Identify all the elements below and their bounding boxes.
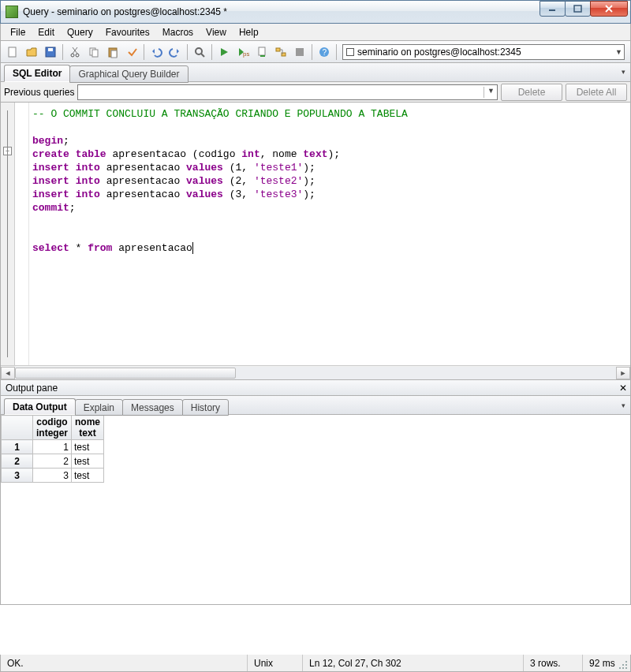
scroll-thumb[interactable]: [15, 368, 236, 379]
close-button[interactable]: [590, 1, 628, 17]
fold-gutter[interactable]: −: [1, 103, 15, 365]
svg-point-11: [196, 48, 202, 54]
output-close-icon[interactable]: ✕: [619, 383, 627, 394]
tab-sql-editor[interactable]: SQL Editor: [4, 65, 70, 82]
clear-icon[interactable]: [123, 43, 140, 61]
table-row[interactable]: 3 3 test: [2, 469, 104, 483]
open-icon[interactable]: [23, 43, 40, 61]
resize-grip-icon[interactable]: [618, 660, 628, 670]
execute-icon[interactable]: [215, 43, 233, 61]
maximize-button[interactable]: [565, 1, 591, 17]
scroll-right-icon[interactable]: ►: [616, 367, 630, 379]
menu-macros[interactable]: Macros: [156, 25, 200, 39]
execute-file-icon[interactable]: [253, 43, 271, 61]
svg-rect-0: [549, 9, 555, 11]
tab-explain[interactable]: Explain: [75, 399, 123, 416]
find-icon[interactable]: [191, 43, 208, 61]
new-icon[interactable]: [4, 43, 21, 61]
menu-help[interactable]: Help: [233, 25, 265, 39]
toolbar: ps ? seminario on postgres@localhost:234…: [0, 41, 631, 63]
paste-icon[interactable]: [104, 43, 121, 61]
svg-rect-2: [9, 47, 16, 57]
menu-file[interactable]: File: [4, 25, 32, 39]
dropdown-icon: ▼: [615, 48, 622, 56]
menu-favourites[interactable]: Favourites: [99, 25, 156, 39]
svg-rect-4: [48, 48, 53, 51]
scroll-track[interactable]: [15, 367, 616, 379]
output-pane-header: Output pane ✕: [0, 380, 631, 396]
connection-label: seminario on postgres@localhost:2345: [357, 47, 521, 58]
column-header-nome[interactable]: nometext: [72, 416, 104, 440]
table-row[interactable]: 1 1 test: [2, 440, 104, 454]
svg-rect-14: [276, 48, 280, 51]
execute-pgscript-icon[interactable]: ps: [234, 43, 252, 61]
tab-messages[interactable]: Messages: [122, 399, 183, 416]
help-icon[interactable]: ?: [316, 43, 333, 61]
cell[interactable]: test: [72, 469, 104, 483]
cell[interactable]: test: [72, 454, 104, 469]
dropdown-icon: ▼: [484, 87, 495, 98]
row-header[interactable]: 1: [2, 440, 33, 454]
svg-point-6: [76, 54, 79, 57]
scroll-left-icon[interactable]: ◄: [1, 367, 15, 379]
previous-queries-bar: Previous queries ▼ Delete Delete All: [0, 82, 631, 103]
svg-rect-10: [111, 50, 117, 58]
menu-edit[interactable]: Edit: [32, 25, 61, 39]
editor-tabs: SQL Editor Graphical Query Builder ▾: [0, 63, 631, 82]
connection-selector[interactable]: seminario on postgres@localhost:2345 ▼: [342, 44, 625, 60]
delete-button[interactable]: Delete: [501, 84, 562, 101]
table-row[interactable]: 2 2 test: [2, 454, 104, 469]
editor-hscrollbar[interactable]: ◄ ►: [1, 365, 630, 379]
menu-view[interactable]: View: [200, 25, 233, 39]
editor-margin: [15, 103, 29, 365]
svg-point-5: [71, 54, 74, 57]
cell[interactable]: 2: [33, 454, 72, 469]
svg-text:?: ?: [323, 48, 327, 57]
status-cursor-position: Ln 12, Col 27, Ch 302: [303, 655, 524, 671]
svg-text:ps: ps: [243, 50, 249, 58]
undo-icon[interactable]: [147, 43, 165, 61]
cut-icon[interactable]: [66, 43, 84, 61]
svg-rect-13: [259, 47, 265, 55]
tab-history[interactable]: History: [182, 399, 229, 416]
cell[interactable]: 1: [33, 440, 72, 454]
statusbar: OK. Unix Ln 12, Col 27, Ch 302 3 rows. 9…: [0, 655, 631, 672]
stop-icon[interactable]: [291, 43, 308, 61]
previous-queries-selector[interactable]: ▼: [77, 84, 498, 100]
row-header[interactable]: 2: [2, 454, 33, 469]
save-icon[interactable]: [42, 43, 59, 61]
delete-all-button[interactable]: Delete All: [566, 84, 627, 101]
cell[interactable]: 3: [33, 469, 72, 483]
redo-icon[interactable]: [166, 43, 184, 61]
cell[interactable]: test: [72, 440, 104, 454]
explain-icon[interactable]: [272, 43, 289, 61]
output-pane-title: Output pane: [6, 383, 58, 394]
code-area[interactable]: -- O COMMIT CONCLUIU A TRANSAÇÃO CRIANDO…: [29, 103, 630, 365]
copy-icon[interactable]: [85, 43, 103, 61]
sql-editor[interactable]: − -- O COMMIT CONCLUIU A TRANSAÇÃO CRIAN…: [1, 103, 630, 365]
data-output-grid[interactable]: codigointeger nometext 1 1 test 2 2 test…: [0, 415, 631, 605]
svg-rect-8: [92, 50, 98, 57]
previous-queries-label: Previous queries: [4, 87, 74, 98]
tabs-menu-icon[interactable]: ▾: [622, 68, 625, 76]
menu-query[interactable]: Query: [61, 25, 99, 39]
grid-corner[interactable]: [2, 416, 33, 440]
svg-rect-16: [296, 48, 304, 56]
output-tabs-menu-icon[interactable]: ▾: [622, 401, 625, 409]
svg-rect-1: [574, 6, 581, 12]
status-message: OK.: [1, 655, 248, 671]
status-row-count: 3 rows.: [524, 655, 583, 671]
titlebar: Query - seminario on postgres@localhost:…: [0, 0, 631, 24]
connection-state-icon: [346, 48, 354, 56]
column-header-codigo[interactable]: codigointeger: [33, 416, 72, 440]
tab-data-output[interactable]: Data Output: [4, 398, 76, 415]
row-header[interactable]: 3: [2, 469, 33, 483]
output-tabs: Data Output Explain Messages History ▾: [0, 396, 631, 415]
menubar: File Edit Query Favourites Macros View H…: [0, 24, 631, 41]
app-icon: [6, 6, 18, 18]
status-encoding: Unix: [248, 655, 303, 671]
minimize-button[interactable]: [540, 1, 566, 17]
tab-graphical-query-builder[interactable]: Graphical Query Builder: [69, 65, 188, 83]
